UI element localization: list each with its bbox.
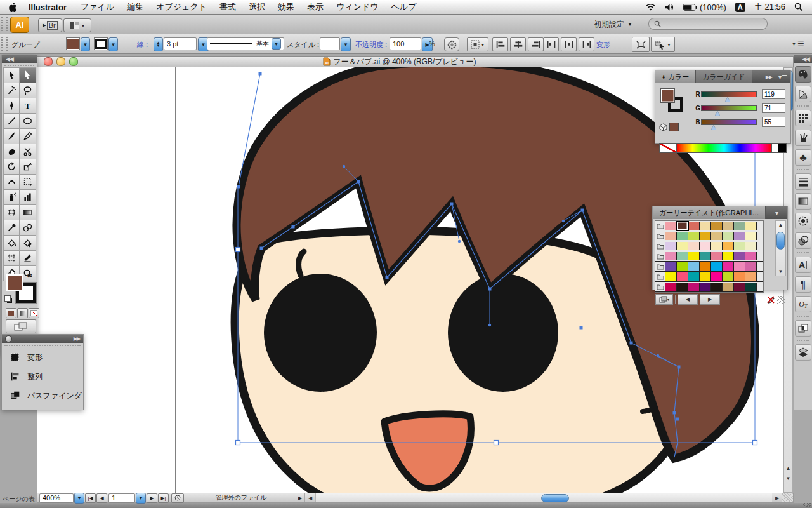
swatch-6-4[interactable] — [711, 283, 723, 291]
page-number-value[interactable]: 1 — [108, 493, 135, 503]
app-resize-corner[interactable] — [802, 503, 811, 507]
anchor-point[interactable] — [450, 203, 454, 206]
opacity-link[interactable]: 不透明度 : — [355, 40, 387, 50]
transform-link[interactable]: 変形 — [596, 40, 610, 50]
dock-brushes-button[interactable] — [795, 130, 811, 146]
column-graph-tool[interactable] — [19, 189, 36, 205]
menu-clock[interactable]: 土 21:56 — [754, 1, 785, 13]
zoom-level-value[interactable]: 400% — [39, 493, 74, 503]
swatch-2-4[interactable] — [711, 242, 723, 250]
tools-collapse-header[interactable]: ◀◀ — [2, 55, 37, 63]
dock-gradient-button[interactable] — [795, 193, 811, 210]
swatch-1-6[interactable] — [734, 232, 745, 240]
color-spectrum-bar[interactable] — [659, 143, 787, 153]
tab-color[interactable]: ⬍カラー — [655, 70, 696, 83]
channel-slider-thumb-B[interactable] — [711, 125, 716, 130]
none-mode-button[interactable] — [29, 308, 39, 318]
menu-item-7[interactable]: ウィンドウ — [330, 1, 385, 13]
gamut-swatch[interactable] — [669, 123, 679, 131]
menu-item-5[interactable]: 効果 — [272, 1, 301, 13]
window-resize-grip[interactable] — [782, 493, 793, 502]
live-paint-selection-tool[interactable] — [19, 235, 36, 251]
gradient-tool[interactable] — [19, 204, 36, 220]
last-page-button[interactable]: ▶| — [158, 493, 169, 503]
distribute-left-button[interactable] — [543, 37, 559, 51]
swatch-6-1[interactable] — [677, 283, 688, 291]
menu-item-3[interactable]: 書式 — [213, 1, 242, 13]
dock-grip[interactable] — [797, 252, 809, 253]
line-segment-tool[interactable] — [3, 113, 20, 129]
swatch-folder-icon[interactable] — [655, 233, 665, 239]
swatch-2-0[interactable] — [665, 242, 677, 250]
swatch-folder-icon[interactable] — [655, 274, 665, 280]
next-library-button[interactable]: ▶ — [700, 294, 720, 305]
channel-value-B[interactable]: 55 — [762, 117, 785, 127]
live-paint-bucket-tool[interactable] — [3, 235, 20, 251]
swatch-folder-icon[interactable] — [655, 264, 665, 270]
fill-proxy[interactable] — [6, 274, 23, 291]
anchor-point[interactable] — [259, 72, 262, 76]
swatch-5-0[interactable] — [665, 272, 677, 281]
black-swatch[interactable] — [778, 144, 786, 152]
stroke-weight-control[interactable]: ▲▼ 3 pt ▼ — [154, 37, 209, 51]
swatch-2-2[interactable] — [688, 242, 700, 250]
swatch-3-2[interactable] — [688, 252, 700, 260]
float-panel-header[interactable]: ▶▶ — [2, 335, 83, 343]
rotate-tool[interactable] — [3, 159, 20, 175]
menu-item-6[interactable]: 表示 — [301, 1, 330, 13]
swatch-panel-menu-icon[interactable]: ▾☰ — [772, 210, 787, 217]
swatch-1-1[interactable] — [677, 232, 688, 240]
opacity-value[interactable]: 100 — [390, 37, 421, 50]
swatch-2-1[interactable] — [677, 242, 688, 250]
align-right-button[interactable] — [528, 37, 544, 51]
panel-button-align[interactable]: 整列 — [2, 367, 83, 386]
pen-tool[interactable] — [3, 98, 20, 114]
default-fill-stroke-icon[interactable] — [4, 295, 11, 302]
anchor-point[interactable] — [678, 366, 681, 369]
menu-item-2[interactable]: オブジェクト — [150, 1, 213, 13]
swatch-5-1[interactable] — [677, 272, 688, 281]
arrange-documents-button[interactable]: ▼ — [63, 18, 91, 32]
swatch-4-2[interactable] — [688, 262, 700, 271]
swatch-0-1[interactable] — [677, 222, 688, 230]
direction-handle-end[interactable] — [562, 220, 565, 222]
channel-slider-thumb-G[interactable] — [715, 111, 720, 116]
dock-symbols-button[interactable]: ♣ — [795, 149, 811, 166]
anchor-point[interactable] — [260, 247, 263, 250]
swatch-3-0[interactable] — [665, 252, 677, 260]
anchor-point[interactable] — [386, 276, 389, 279]
swatch-5-7[interactable] — [745, 272, 757, 281]
scroll-left-icon[interactable]: ◀ — [304, 493, 315, 502]
menu-item-1[interactable]: 編集 — [121, 1, 150, 13]
swatch-2-6[interactable] — [734, 242, 745, 250]
swatch-6-2[interactable] — [688, 283, 700, 291]
direction-handle-end[interactable] — [343, 165, 345, 168]
swatch-folder-icon[interactable] — [655, 284, 665, 290]
right-eye[interactable] — [448, 274, 558, 392]
direction-handle-end[interactable] — [488, 324, 491, 326]
file-status[interactable]: 管理外のファイル — [184, 493, 298, 502]
swatch-4-5[interactable] — [723, 262, 734, 271]
dock-grip[interactable] — [797, 316, 809, 317]
drawing-modes-button[interactable] — [6, 319, 36, 333]
scroll-up-icon[interactable]: ▲ — [784, 463, 792, 473]
align-center-button[interactable] — [510, 37, 526, 51]
page-caret[interactable]: ▼ — [136, 493, 146, 504]
swatch-2-5[interactable] — [723, 242, 734, 250]
dock-layers-button[interactable] — [795, 344, 811, 361]
swatch-4-0[interactable] — [665, 262, 677, 271]
swatch-4-6[interactable] — [734, 262, 745, 271]
white-swatch[interactable] — [771, 144, 778, 152]
swatch-5-3[interactable] — [700, 272, 711, 281]
panel-collapse-icon[interactable]: ▶▶ — [766, 74, 775, 80]
spectrum-gradient[interactable] — [677, 144, 771, 152]
swatch-1-7[interactable] — [745, 232, 757, 240]
bridge-button[interactable]: ▶ Br — [38, 18, 62, 32]
menu-item-8[interactable]: ヘルプ — [385, 1, 423, 13]
minimize-button[interactable] — [56, 57, 65, 66]
swatch-0-5[interactable] — [723, 222, 734, 230]
distribute-right-button[interactable] — [579, 37, 594, 51]
align-left-button[interactable] — [492, 37, 508, 51]
swatch-3-5[interactable] — [723, 252, 734, 260]
mesh-tool[interactable] — [3, 204, 20, 220]
